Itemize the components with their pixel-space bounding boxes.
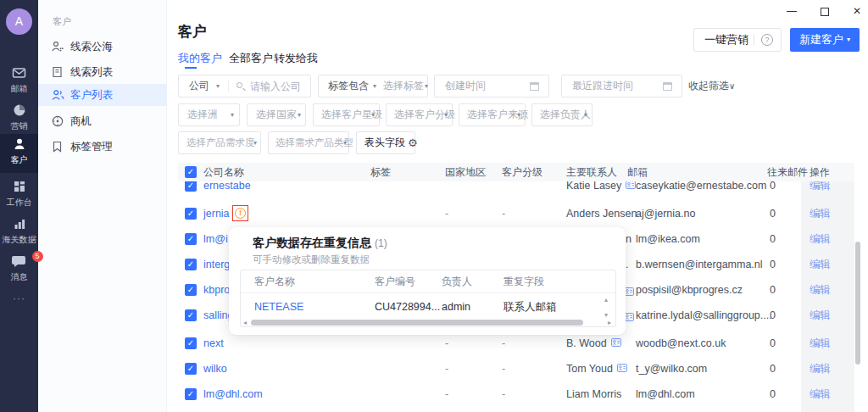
company-link[interactable]: interg [203, 252, 230, 277]
row-checkbox[interactable]: ✓ [185, 388, 197, 400]
popup-column-header: 客户编号 [375, 270, 415, 292]
continent-filter[interactable]: 选择洲 ▾ [178, 103, 240, 126]
minimize-button[interactable]: — [787, 5, 797, 17]
rail-item-messages[interactable]: 5 消息 [0, 254, 38, 290]
row-checkbox[interactable]: ✓ [185, 309, 197, 321]
filter-placeholder: 选择产品需求度 [186, 132, 255, 153]
company-search-filter[interactable]: 公司 ▾ [178, 75, 311, 97]
edit-link[interactable]: 编辑 [810, 303, 831, 328]
edit-link[interactable]: 编辑 [810, 381, 831, 407]
grade-filter[interactable]: 选择客户分级 ▾ [386, 103, 453, 126]
edit-link[interactable]: 编辑 [810, 331, 831, 356]
rail-item-workbench[interactable]: 工作台 [0, 180, 38, 214]
caret-down-icon: ▾ [253, 132, 257, 153]
last-followup-filter[interactable]: 最近跟进时间 [561, 75, 682, 97]
popup-column-header: 负责人 [442, 270, 472, 292]
company-link[interactable]: kbpro [203, 277, 230, 303]
avatar[interactable]: A [6, 8, 32, 35]
edit-link[interactable]: 编辑 [810, 252, 831, 277]
row-checkbox[interactable]: ✓ [185, 180, 197, 192]
tag-filter[interactable]: 标签包含 ▾ 选择标签 ▾ [318, 75, 428, 97]
tab-my-customers[interactable]: 我的客户 [178, 51, 222, 66]
row-checkbox[interactable]: ✓ [185, 233, 197, 245]
filter-placeholder: 最近跟进时间 [572, 75, 633, 97]
row-checkbox[interactable]: ✓ [185, 284, 197, 296]
edit-link[interactable]: 编辑 [810, 356, 831, 381]
one-click-marketing-button[interactable]: 一键营销 ? [693, 28, 782, 52]
column-header: 邮箱 [627, 163, 648, 181]
edit-link[interactable]: 编辑 [810, 201, 831, 226]
close-button[interactable]: ✕ [853, 5, 861, 17]
rail-item-customs-data[interactable]: 海关数据 [0, 217, 38, 251]
company-link[interactable]: jernia [203, 201, 230, 226]
warning-icon[interactable]: ! [235, 208, 246, 219]
source-filter[interactable]: 选择客户来源 ▾ [459, 103, 526, 126]
bookmark-icon [52, 141, 63, 153]
created-time-filter[interactable]: 创建时间 [434, 75, 549, 97]
header-fields-button[interactable]: 表头字段 ⚙ [356, 131, 415, 154]
contact-card-icon[interactable] [617, 357, 627, 382]
scroll-left-arrow[interactable]: ◂ [243, 320, 247, 326]
filter-placeholder: 创建时间 [445, 75, 486, 97]
company-link[interactable]: next [203, 331, 224, 356]
rail-item-mail[interactable]: 邮箱 [0, 66, 38, 100]
company-link[interactable]: lm@i [203, 226, 228, 252]
gear-icon: ⚙ [408, 132, 418, 153]
caret-down-icon: ▾ [231, 104, 234, 125]
product-type-filter[interactable]: 选择需求产品类型 ▾ [268, 131, 349, 154]
row-checkbox[interactable]: ✓ [185, 337, 197, 349]
sidebar-item-lead-list[interactable]: 线索列表 [38, 61, 167, 83]
grade-value: - [502, 201, 505, 226]
star-filter[interactable]: 选择客户星级 ▾ [313, 103, 380, 126]
table-row[interactable]: ✓ jernia ! - - Anders Jensen aj@jernia.n… [178, 201, 854, 226]
sidebar-item-label: 线索公海 [70, 36, 113, 58]
popup-title: 客户数据存在重复信息(1) [253, 236, 387, 251]
row-checkbox[interactable]: ✓ [185, 259, 197, 270]
tab-forwarded-to-me[interactable]: 转发给我 [274, 51, 318, 66]
table-row[interactable]: ✓ lm@dhl.com - - Liam Morris lm@dhl.com … [178, 381, 854, 407]
edit-link[interactable]: 编辑 [810, 277, 831, 303]
edit-link[interactable]: 编辑 [810, 226, 831, 252]
sidebar-item-tag-management[interactable]: 标签管理 [38, 136, 167, 158]
contact-name-fragment: n [626, 226, 632, 252]
contact-card-icon[interactable] [611, 331, 621, 357]
row-checkbox[interactable]: ✓ [185, 363, 197, 375]
rail-more-button[interactable]: ··· [0, 292, 38, 304]
table-row[interactable]: ✓ wilko - - Tom Youd t_y@wilko.com 0 编辑 [178, 356, 854, 381]
new-customer-button[interactable]: 新建客户▾ [790, 28, 860, 52]
caret-down-icon: ▾ [216, 75, 220, 97]
company-search-input[interactable] [250, 76, 306, 96]
maximize-button[interactable] [821, 8, 829, 16]
sidebar-item-opportunity[interactable]: 商机 [38, 110, 167, 132]
mail-count: 0 [770, 331, 776, 356]
sidebar-item-customer-list[interactable]: 客户列表 [38, 84, 167, 106]
email: b.wernsen@intergamma.nl [636, 252, 763, 277]
company-link[interactable]: lm@dhl.com [203, 381, 263, 407]
row-checkbox[interactable]: ✓ [185, 208, 197, 220]
column-header: 操作 [810, 163, 830, 181]
chat-icon: 5 [11, 254, 28, 270]
email: aj@jernia.no [636, 201, 695, 226]
country-value: - [445, 356, 448, 381]
scroll-up-arrow[interactable]: ▴ [604, 297, 608, 303]
scroll-right-arrow[interactable]: ▸ [608, 320, 611, 326]
rail-item-customer[interactable]: 客户 [0, 134, 38, 173]
duplicate-warning-highlight[interactable]: ! [232, 205, 248, 221]
product-demand-filter[interactable]: 选择产品需求度 ▾ [178, 131, 261, 154]
sidebar-item-label: 商机 [70, 110, 92, 132]
question-circle-icon[interactable]: ? [761, 34, 773, 46]
company-link[interactable]: wilko [203, 356, 227, 381]
scroll-down-arrow[interactable]: ▾ [604, 312, 608, 319]
vertical-scrollbar[interactable] [855, 242, 860, 365]
owner-filter[interactable]: 选择负责人 ▾ [531, 103, 593, 126]
select-all-checkbox[interactable]: ✓ [185, 166, 197, 178]
collapse-filters-link[interactable]: 收起筛选∨ [688, 75, 735, 97]
tab-all-customers[interactable]: 全部客户 [229, 51, 273, 66]
duplicate-customer-link[interactable]: NETEASE [254, 294, 303, 320]
sidebar-item-lead-pool[interactable]: 线索公海 [38, 36, 167, 58]
column-header: 往来邮件 [767, 163, 808, 181]
country-filter[interactable]: 选择国家 ▾ [247, 103, 306, 126]
rail-item-marketing[interactable]: 营销 [0, 103, 38, 137]
mail-count: 0 [770, 303, 776, 328]
horizontal-scrollbar[interactable] [251, 320, 583, 326]
